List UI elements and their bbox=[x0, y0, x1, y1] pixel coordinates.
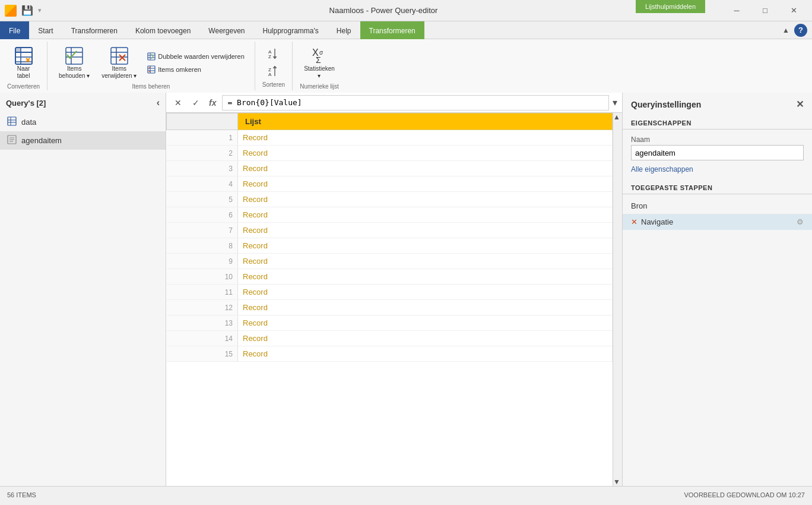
eigenschappen-title: EIGENSCHAPPEN bbox=[623, 116, 812, 129]
data-table-container[interactable]: Lijst 1Record2Record3Record4Record5Recor… bbox=[166, 113, 613, 486]
sort-za-button[interactable]: Z A bbox=[265, 64, 283, 79]
minimize-button[interactable]: ─ bbox=[723, 2, 750, 20]
scroll-down-button[interactable]: ▼ bbox=[613, 478, 622, 486]
stappen-divider bbox=[623, 194, 812, 194]
naam-property-row: Naam bbox=[623, 133, 812, 163]
dubbele-verwijderen-label: Dubbele waarden verwijderen bbox=[158, 53, 245, 60]
tab-kolom-toevoegen[interactable]: Kolom toevoegen bbox=[126, 21, 199, 39]
record-value-cell[interactable]: Record bbox=[238, 300, 613, 315]
status-download-time: VOORBEELD GEDOWNLOAD OM 10:27 bbox=[684, 491, 805, 498]
right-panel-close-button[interactable]: ✕ bbox=[796, 99, 804, 110]
table-row: 5Record bbox=[167, 192, 613, 207]
table-row: 12Record bbox=[167, 300, 613, 315]
row-number-cell: 5 bbox=[167, 192, 238, 207]
record-value-cell[interactable]: Record bbox=[238, 130, 613, 146]
table-row: 1Record bbox=[167, 130, 613, 146]
ribbon-group-sorteren: A Z Z A Sorteren bbox=[255, 42, 293, 90]
statistieken-button[interactable]: X σ Σ Statistieken▾ bbox=[300, 44, 339, 82]
record-value-cell[interactable]: Record bbox=[238, 285, 613, 300]
ribbon-collapse-icon[interactable]: ▲ bbox=[782, 26, 789, 34]
items-beheren-small-col: Dubbele waarden verwijderen Items omkere… bbox=[144, 50, 248, 75]
scroll-arrows: ▲ ▼ bbox=[613, 113, 622, 486]
tab-transformeren[interactable]: Transformeren bbox=[62, 21, 126, 39]
step-navigatie-gear-icon[interactable]: ⚙ bbox=[797, 217, 804, 226]
items-omkeren-button[interactable]: Items omkeren bbox=[144, 64, 248, 75]
step-bron[interactable]: Bron bbox=[623, 198, 812, 214]
record-value-cell[interactable]: Record bbox=[238, 238, 613, 254]
step-navigatie[interactable]: ✕ Navigatie ⚙ bbox=[623, 214, 812, 230]
ribbon-group-items-beheren: Itemsbehouden ▾ Itemsverwijderen ▾ bbox=[47, 42, 255, 90]
data-table-icon bbox=[7, 116, 17, 128]
tab-help[interactable]: Help bbox=[328, 21, 360, 39]
statistieken-label: Statistieken▾ bbox=[304, 65, 335, 80]
ribbon-group-converteren: Naartabel Converteren bbox=[0, 42, 47, 90]
tab-file[interactable]: File bbox=[0, 21, 29, 39]
sort-az-button[interactable]: A Z bbox=[265, 46, 283, 61]
tab-hulpprogrammas[interactable]: Hulpprogramma's bbox=[254, 21, 328, 39]
right-panel-title: Queryinstellingen bbox=[631, 100, 701, 109]
naam-input[interactable] bbox=[631, 145, 804, 160]
ribbon-tab-bar: File Start Transformeren Kolom toevoegen… bbox=[0, 21, 812, 39]
record-value-cell[interactable]: Record bbox=[238, 146, 613, 161]
table-row: 8Record bbox=[167, 238, 613, 254]
formula-bar: ✕ ✓ fx ▾ bbox=[166, 93, 622, 113]
items-behouden-button[interactable]: Itemsbehouden ▾ bbox=[55, 44, 94, 82]
help-button[interactable]: ? bbox=[794, 24, 807, 37]
sidebar-items-list: data agendaitem bbox=[0, 113, 166, 486]
table-row: 2Record bbox=[167, 146, 613, 161]
dubbele-verwijderen-button[interactable]: Dubbele waarden verwijderen bbox=[144, 50, 248, 62]
record-value-cell[interactable]: Record bbox=[238, 223, 613, 238]
record-value-cell[interactable]: Record bbox=[238, 346, 613, 362]
record-value-cell[interactable]: Record bbox=[238, 207, 613, 223]
record-value-cell[interactable]: Record bbox=[238, 192, 613, 207]
formula-cancel-button[interactable]: ✕ bbox=[171, 96, 185, 110]
items-verwijderen-button[interactable]: Itemsverwijderen ▾ bbox=[97, 44, 141, 82]
contextual-tab-label: Lijsthulpmiddelen bbox=[636, 0, 705, 13]
row-number-cell: 1 bbox=[167, 130, 238, 146]
converteren-items: Naartabel bbox=[8, 44, 39, 82]
stappen-title: TOEGEPASTE STAPPEN bbox=[623, 181, 812, 194]
sorteren-items: A Z Z A bbox=[265, 44, 283, 80]
step-navigatie-label: Navigatie bbox=[641, 217, 673, 226]
title-bar-title: Naamloos - Power Query-editor bbox=[44, 6, 723, 15]
items-verwijderen-icon bbox=[110, 46, 129, 65]
right-panel-header: Queryinstellingen ✕ bbox=[623, 93, 812, 116]
record-value-cell[interactable]: Record bbox=[238, 254, 613, 269]
row-number-cell: 7 bbox=[167, 223, 238, 238]
svg-rect-20 bbox=[148, 66, 155, 73]
sidebar-collapse-button[interactable]: ‹ bbox=[157, 97, 160, 108]
tab-weergeven[interactable]: Weergeven bbox=[199, 21, 253, 39]
row-number-cell: 11 bbox=[167, 285, 238, 300]
tab-start[interactable]: Start bbox=[29, 21, 62, 39]
app-logo bbox=[5, 5, 17, 17]
record-value-cell[interactable]: Record bbox=[238, 161, 613, 176]
step-navigatie-delete-icon[interactable]: ✕ bbox=[631, 217, 637, 226]
sidebar-item-agendaitem[interactable]: agendaitem bbox=[0, 131, 166, 150]
record-value-cell[interactable]: Record bbox=[238, 269, 613, 285]
table-area: Lijst 1Record2Record3Record4Record5Recor… bbox=[166, 113, 622, 486]
table-row: 9Record bbox=[167, 254, 613, 269]
fx-label: fx bbox=[207, 98, 218, 108]
tab-transformeren-contextual[interactable]: Transformeren bbox=[360, 21, 424, 39]
formula-input[interactable] bbox=[222, 95, 609, 111]
items-omkeren-label: Items omkeren bbox=[158, 66, 201, 73]
restore-button[interactable]: □ bbox=[751, 2, 779, 20]
record-value-cell[interactable]: Record bbox=[238, 176, 613, 192]
alle-eigenschappen-link[interactable]: Alle eigenschappen bbox=[623, 163, 812, 176]
record-value-cell[interactable]: Record bbox=[238, 315, 613, 331]
formula-confirm-button[interactable]: ✓ bbox=[189, 96, 203, 110]
save-icon[interactable]: 💾 bbox=[21, 5, 33, 16]
status-bar: 56 ITEMS VOORBEELD GEDOWNLOAD OM 10:27 bbox=[0, 486, 812, 503]
numerieke-lijst-label: Numerieke lijst bbox=[300, 82, 339, 90]
naar-tabel-button[interactable]: Naartabel bbox=[8, 44, 39, 82]
close-button[interactable]: ✕ bbox=[780, 2, 807, 20]
scroll-up-button[interactable]: ▲ bbox=[613, 113, 622, 121]
items-verwijderen-label: Itemsverwijderen ▾ bbox=[102, 65, 137, 80]
eigenschappen-divider bbox=[623, 129, 812, 130]
numerieke-lijst-items: X σ Σ Statistieken▾ bbox=[300, 44, 339, 82]
record-value-cell[interactable]: Record bbox=[238, 331, 613, 346]
sidebar-title: Query's [2] bbox=[6, 99, 46, 108]
naar-tabel-label: Naartabel bbox=[17, 65, 30, 80]
sidebar-item-data[interactable]: data bbox=[0, 113, 166, 131]
formula-expand-button[interactable]: ▾ bbox=[613, 97, 617, 108]
